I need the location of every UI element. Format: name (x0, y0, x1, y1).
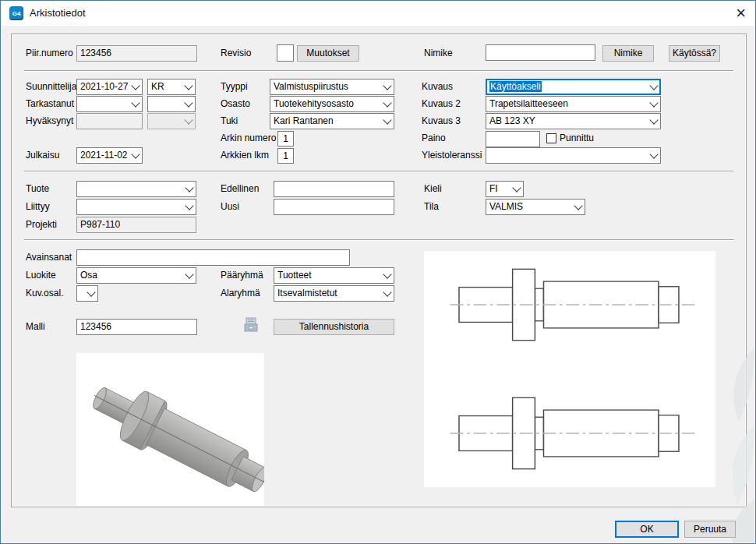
hyvaksynyt-label: Hyväksynyt (26, 113, 73, 129)
suunnittelija-date-combo[interactable]: 2021-10-27 (76, 79, 143, 95)
close-icon[interactable]: × (736, 2, 746, 24)
hyvaksynyt-date-field (76, 113, 143, 129)
chevron-down-icon (647, 114, 660, 129)
julkaisu-date-value: 2021-11-02 (80, 148, 129, 163)
chevron-down-icon (84, 286, 97, 301)
kuvaus3-label: Kuvaus 3 (422, 113, 461, 129)
chevron-down-icon (129, 97, 142, 111)
chevron-down-icon (182, 97, 195, 111)
piir-numero-field[interactable]: 123456 (76, 45, 197, 62)
tuki-value: Kari Rantanen (274, 114, 380, 129)
muutokset-button[interactable]: Muutokset (297, 45, 359, 62)
chevron-down-icon (647, 97, 660, 111)
luokite-combo[interactable]: Osa (76, 267, 196, 284)
tyyppi-combo[interactable]: Valmistuspiirustus (270, 79, 394, 95)
paaryhma-combo[interactable]: Tuotteet (274, 267, 394, 284)
tila-combo[interactable]: VALMIS (486, 199, 585, 215)
nimike-field[interactable] (486, 44, 595, 61)
nimike-button[interactable]: Nimike (602, 45, 654, 62)
cancel-button[interactable]: Peruuta (684, 521, 736, 538)
punnittu-checkbox[interactable] (546, 133, 556, 143)
chevron-down-icon (129, 148, 142, 163)
kaytossa-button[interactable]: Käytössä? (669, 45, 720, 62)
projekti-field[interactable]: P987-110 (76, 217, 196, 233)
kuvaus-combo[interactable]: Käyttöakseli (486, 79, 661, 95)
avainsanat-label: Avainsanat (26, 249, 72, 266)
luokite-label: Luokite (26, 267, 56, 284)
kuvaus2-combo[interactable]: Trapetsilaitteeseen (486, 96, 661, 112)
malli-field[interactable]: 123456 (76, 319, 197, 335)
tarkastanut-label: Tarkastanut (26, 96, 74, 112)
avainsanat-field[interactable] (76, 249, 350, 266)
chevron-down-icon (182, 200, 196, 214)
kuvaus3-value: AB 123 XY (489, 114, 647, 129)
tyyppi-label: Tyyppi (221, 79, 248, 95)
kieli-label: Kieli (424, 181, 442, 197)
arkkien-lkm-field[interactable]: 1 (277, 148, 294, 164)
alaryhma-combo[interactable]: Itsevalmistetut (274, 285, 394, 302)
ok-button[interactable]: OK (615, 521, 679, 538)
suunnittelija-date-value: 2021-10-27 (80, 79, 129, 94)
tyyppi-value: Valmistuspiirustus (274, 79, 380, 94)
app-icon: G4 (9, 6, 23, 20)
uusi-field[interactable] (274, 199, 394, 215)
model-3d-preview (76, 353, 264, 506)
chevron-down-icon (380, 286, 394, 301)
chevron-down-icon (182, 114, 195, 129)
kieli-combo[interactable]: FI (486, 181, 524, 197)
osasto-combo[interactable]: Tuotekehitysosasto (270, 96, 394, 112)
revisio-field[interactable] (277, 44, 294, 62)
liittyy-combo[interactable] (76, 199, 196, 215)
nimike-label: Nimike (424, 45, 453, 62)
arkin-numero-label: Arkin numero (221, 130, 276, 147)
tallennushistoria-button[interactable]: Tallennushistoria (274, 319, 394, 335)
paaryhma-value: Tuotteet (277, 268, 380, 283)
kuvaus2-value: Trapetsilaitteeseen (489, 97, 647, 111)
tila-label: Tila (424, 199, 439, 215)
suunnittelija-initials-combo[interactable]: KR (147, 79, 196, 95)
chevron-down-icon (510, 182, 523, 196)
liittyy-label: Liittyy (26, 199, 50, 215)
yleistoleranssi-label: Yleistoleranssi (422, 147, 482, 164)
kuvaus2-label: Kuvaus 2 (422, 96, 461, 112)
yleistoleranssi-combo[interactable] (486, 147, 661, 164)
edellinen-label: Edellinen (221, 181, 259, 197)
chevron-down-icon (380, 268, 394, 283)
separator (24, 70, 733, 72)
kuv-osal-label: Kuv.osal. (26, 285, 63, 302)
julkaisu-date-combo[interactable]: 2021-11-02 (76, 147, 143, 164)
arkkien-lkm-label: Arkkien lkm (221, 147, 269, 164)
chevron-down-icon (571, 200, 585, 214)
drawing-preview (424, 251, 715, 487)
tuote-combo[interactable] (76, 181, 196, 197)
tarkastanut-date-combo[interactable] (76, 96, 143, 112)
tuki-combo[interactable]: Kari Rantanen (270, 113, 394, 129)
suunnittelija-initials-value: KR (151, 79, 182, 94)
chevron-down-icon (182, 79, 195, 94)
separator (24, 239, 733, 241)
kuv-osal-combo[interactable] (76, 285, 98, 302)
chevron-down-icon (380, 79, 394, 94)
tarkastanut-initials-combo[interactable] (147, 96, 196, 112)
piir-numero-label: Piir.numero (26, 45, 73, 62)
kuvaus3-combo[interactable]: AB 123 XY (486, 113, 661, 129)
revisio-label: Revisio (221, 45, 251, 62)
tuote-label: Tuote (26, 181, 49, 197)
kieli-value: FI (489, 182, 510, 196)
kuvaus-label: Kuvaus (422, 79, 453, 95)
printer-icon[interactable] (242, 316, 260, 335)
chevron-down-icon (647, 148, 660, 163)
luokite-value: Osa (80, 268, 182, 283)
alaryhma-value: Itsevalmistetut (277, 286, 380, 301)
window-title: Arkistotiedot (30, 7, 86, 19)
titlebar: G4 Arkistotiedot × (1, 1, 755, 26)
chevron-down-icon (129, 79, 142, 94)
paino-field[interactable] (486, 131, 540, 147)
osasto-value: Tuotekehitysosasto (274, 97, 380, 111)
separator (24, 171, 733, 172)
edellinen-field[interactable] (274, 181, 394, 197)
arkin-numero-field[interactable]: 1 (277, 131, 294, 147)
chevron-down-icon (647, 79, 660, 94)
alaryhma-label: Alaryhmä (221, 285, 260, 302)
chevron-down-icon (380, 114, 394, 129)
